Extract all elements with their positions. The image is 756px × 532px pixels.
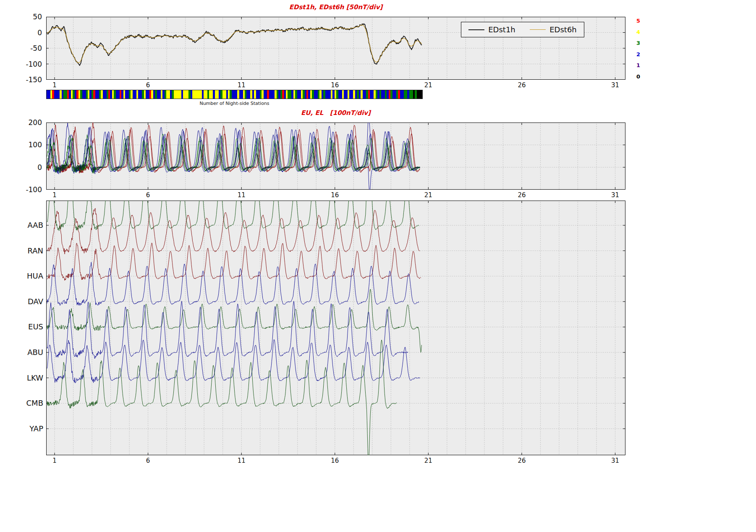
x-tick-label-panel1: 16 <box>326 81 344 89</box>
station-count-scale-5: 5 <box>636 18 646 24</box>
y-tick-label-panel1: 0 <box>0 29 42 37</box>
station-label-dav: DAV <box>0 297 43 306</box>
x-tick-label-panel2: 11 <box>232 191 251 199</box>
legend-item-edst6h: EDst6h <box>523 25 584 34</box>
night-side-stations-strip <box>46 90 423 99</box>
legend-item-edst1h: EDst1h <box>461 25 523 34</box>
legend-line-sample <box>530 29 546 30</box>
station-count-scale-4: 4 <box>636 29 646 35</box>
x-tick-label-panel2: 26 <box>513 191 531 199</box>
x-tick-label-panel2: 31 <box>606 191 625 199</box>
station-label-cmb: CMB <box>0 399 43 407</box>
x-tick-label-panel3: 11 <box>232 457 251 464</box>
x-tick-label-panel2: 21 <box>419 191 437 199</box>
x-tick-label-panel1: 1 <box>45 81 64 89</box>
edst-panel-title: EDst1h, EDst6h [50nT/div] <box>46 3 625 11</box>
station-label-hua: HUA <box>0 271 43 280</box>
eu-el-panel-title: EU, EL [100nT/div] <box>46 109 625 117</box>
y-tick-label-panel1: -50 <box>0 44 42 52</box>
station-label-lkw: LKW <box>0 373 43 382</box>
legend-label: EDst1h <box>488 25 515 34</box>
x-tick-label-panel3: 1 <box>45 457 64 464</box>
station-label-eus: EUS <box>0 322 43 331</box>
plot-background <box>46 201 625 455</box>
station-count-scale-2: 2 <box>636 51 646 57</box>
y-tick-label-panel2: 200 <box>0 118 42 127</box>
geomagnetic-dashboard: EDst1h, EDst6h [50nT/div] EDst1hEDst6h 5… <box>0 0 756 532</box>
x-tick-label-panel1: 21 <box>419 81 437 89</box>
x-tick-label-panel2: 6 <box>139 191 157 199</box>
y-tick-label-panel1: -150 <box>0 76 42 84</box>
eu-el-chart-svg <box>46 123 625 190</box>
x-tick-label-panel1: 26 <box>513 81 531 89</box>
station-label-abu: ABU <box>0 348 43 357</box>
x-tick-label-panel3: 6 <box>139 457 157 464</box>
y-tick-label-panel2: 0 <box>0 163 42 172</box>
strip-segment <box>421 90 422 99</box>
station-label-aab: AAB <box>0 221 43 229</box>
x-tick-label-panel2: 16 <box>326 191 344 199</box>
strip-caption: Number of Night-side Stations <box>46 101 423 106</box>
legend-line-sample <box>468 29 484 30</box>
x-tick-label-panel2: 1 <box>45 191 64 199</box>
x-tick-label-panel1: 11 <box>232 81 251 89</box>
y-tick-label-panel1: 50 <box>0 13 42 21</box>
station-label-yap: YAP <box>0 424 43 433</box>
x-tick-label-panel3: 31 <box>606 457 625 464</box>
x-tick-label-panel3: 26 <box>513 457 531 464</box>
x-tick-label-panel1: 6 <box>139 81 157 89</box>
station-count-scale-1: 1 <box>636 62 646 68</box>
x-tick-label-panel3: 21 <box>419 457 437 464</box>
station-label-ran: RAN <box>0 246 43 255</box>
legend: EDst1hEDst6h <box>461 22 584 37</box>
y-tick-label-panel2: -100 <box>0 185 42 194</box>
x-tick-label-panel3: 16 <box>326 457 344 464</box>
y-tick-label-panel1: -100 <box>0 60 42 68</box>
legend-label: EDst6h <box>549 25 577 34</box>
stations-chart-svg <box>46 201 625 455</box>
station-count-scale-0: 0 <box>636 73 646 80</box>
y-tick-label-panel2: 100 <box>0 141 42 149</box>
x-tick-label-panel1: 31 <box>606 81 625 89</box>
station-count-scale-3: 3 <box>636 40 646 46</box>
